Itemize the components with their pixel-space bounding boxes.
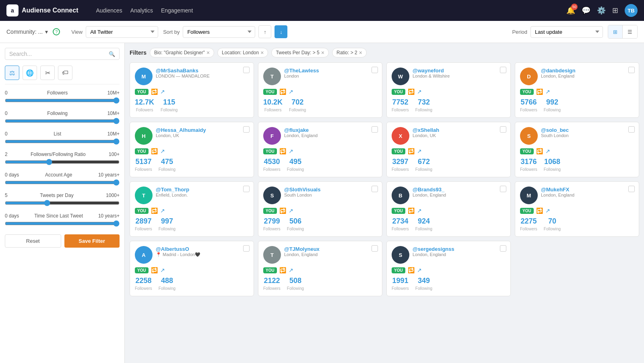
card-checkbox[interactable] — [243, 126, 250, 133]
share-icon[interactable]: ↗ — [160, 267, 165, 273]
period-select[interactable]: Last update — [530, 26, 603, 38]
filter-globe-icon[interactable]: 🌐 — [23, 66, 37, 80]
retweet-icon[interactable]: 🔁 — [536, 207, 543, 214]
grid-view-button[interactable]: ⊞ — [608, 25, 623, 38]
search-input[interactable] — [9, 51, 106, 57]
retweet-icon[interactable]: 🔁 — [408, 88, 415, 95]
share-icon[interactable]: ↗ — [289, 88, 293, 95]
card-checkbox[interactable] — [372, 67, 378, 73]
username[interactable]: @TJMolyneux — [284, 246, 377, 252]
retweet-icon[interactable]: 🔁 — [408, 148, 415, 154]
remove-ratio-filter[interactable]: × — [359, 50, 362, 55]
retweet-icon[interactable]: 🔁 — [151, 207, 158, 214]
card-checkbox[interactable] — [372, 186, 378, 192]
username[interactable]: @sergedesignss — [413, 246, 506, 252]
avatar: X — [392, 127, 409, 145]
card-checkbox[interactable] — [500, 67, 506, 73]
card-checkbox[interactable] — [243, 245, 250, 252]
retweet-icon[interactable]: 🔁 — [408, 267, 415, 273]
share-icon[interactable]: ↗ — [160, 88, 165, 95]
card-checkbox[interactable] — [372, 126, 378, 133]
user-avatar[interactable]: TB — [625, 4, 638, 17]
settings-icon[interactable]: ⚙️ — [597, 6, 606, 15]
username[interactable]: @xShellah — [413, 127, 506, 133]
save-filter-button[interactable]: Save Filter — [64, 234, 120, 248]
nav-analytics[interactable]: Analytics — [130, 7, 153, 14]
last-tweet-slider[interactable] — [5, 220, 120, 227]
retweet-icon[interactable]: 🔁 — [151, 148, 158, 154]
community-selector[interactable]: Community: ... ▾ — [6, 29, 48, 35]
username[interactable]: @TheLawless — [284, 68, 377, 74]
ratio-slider[interactable] — [5, 159, 120, 165]
list-view-button[interactable]: ☰ — [623, 25, 637, 38]
retweet-icon[interactable]: 🔁 — [408, 207, 415, 214]
share-icon[interactable]: ↗ — [160, 148, 165, 154]
share-icon[interactable]: ↗ — [289, 207, 293, 214]
card-checkbox[interactable] — [500, 245, 506, 252]
username[interactable]: @Hessa_Alhumaidy — [156, 127, 249, 133]
card-checkbox[interactable] — [628, 186, 635, 192]
share-icon[interactable]: ↗ — [417, 267, 422, 273]
share-icon[interactable]: ↗ — [289, 267, 293, 273]
share-icon[interactable]: ↗ — [160, 207, 165, 214]
following-label: Following — [415, 167, 432, 172]
username[interactable]: @danbdesign — [541, 68, 634, 74]
card-checkbox[interactable] — [243, 186, 250, 192]
retweet-icon[interactable]: 🔁 — [279, 267, 286, 273]
card-checkbox[interactable] — [628, 67, 635, 73]
card-checkbox[interactable] — [500, 186, 506, 192]
remove-location-filter[interactable]: × — [260, 50, 264, 55]
username[interactable]: @fluxjake — [284, 127, 377, 133]
card-checkbox[interactable] — [243, 67, 250, 73]
username[interactable]: @Brands93_ — [413, 187, 506, 193]
help-icon[interactable]: ? — [53, 28, 60, 35]
sort-select[interactable]: Followers — [183, 26, 255, 38]
share-icon[interactable]: ↗ — [289, 148, 293, 154]
share-icon[interactable]: ↗ — [545, 88, 550, 95]
following-slider[interactable] — [5, 118, 120, 124]
tweets-slider[interactable] — [5, 200, 120, 206]
retweet-icon[interactable]: 🔁 — [536, 88, 543, 95]
username[interactable]: @Tom_Thorp — [156, 187, 249, 193]
filter-tag-icon[interactable]: 🏷 — [58, 66, 72, 80]
nav-engagement[interactable]: Engagement — [161, 7, 193, 14]
share-icon[interactable]: ↗ — [417, 148, 422, 154]
filter-sliders-icon[interactable]: ⚖ — [5, 66, 19, 80]
share-icon[interactable]: ↗ — [545, 148, 550, 154]
retweet-icon[interactable]: 🔁 — [536, 148, 543, 154]
username[interactable]: @MrSashaBanks — [156, 68, 249, 74]
filter-scissors-icon[interactable]: ✂ — [40, 66, 55, 80]
username[interactable]: @MukehFX — [541, 187, 634, 193]
retweet-icon[interactable]: 🔁 — [151, 267, 158, 273]
retweet-icon[interactable]: 🔁 — [279, 88, 286, 95]
avatar: D — [520, 68, 538, 85]
grid-icon[interactable]: ⊞ — [612, 6, 618, 15]
followers-slider[interactable] — [5, 97, 120, 104]
nav-audiences[interactable]: Audiences — [96, 7, 122, 14]
card-checkbox[interactable] — [500, 126, 506, 133]
share-icon[interactable]: ↗ — [545, 207, 550, 214]
retweet-icon[interactable]: 🔁 — [151, 88, 158, 95]
followers-label: Followers — [135, 286, 152, 291]
username[interactable]: @SlothVisuals — [284, 187, 377, 193]
tweets-label: Tweets per Day — [40, 193, 73, 198]
sort-asc-button[interactable]: ↑ — [258, 25, 271, 38]
username[interactable]: @solo_bec — [541, 127, 634, 133]
username[interactable]: @wayneford — [413, 68, 506, 74]
username[interactable]: @AlbertussO — [156, 246, 249, 252]
messages-icon[interactable]: 💬 — [582, 6, 590, 15]
retweet-icon[interactable]: 🔁 — [279, 148, 286, 154]
share-icon[interactable]: ↗ — [417, 207, 422, 214]
account-age-slider[interactable] — [5, 179, 120, 186]
share-icon[interactable]: ↗ — [417, 88, 422, 95]
card-checkbox[interactable] — [372, 245, 378, 252]
sort-desc-button[interactable]: ↓ — [275, 25, 287, 38]
card-checkbox[interactable] — [628, 126, 635, 133]
notifications-icon[interactable]: 🔔 50 — [566, 6, 575, 15]
remove-tweets-filter[interactable]: × — [321, 50, 324, 55]
view-select[interactable]: All Twitter — [86, 26, 158, 38]
remove-bio-filter[interactable]: × — [206, 50, 210, 55]
reset-button[interactable]: Reset — [5, 234, 61, 248]
retweet-icon[interactable]: 🔁 — [279, 207, 286, 214]
list-slider[interactable] — [5, 138, 120, 145]
